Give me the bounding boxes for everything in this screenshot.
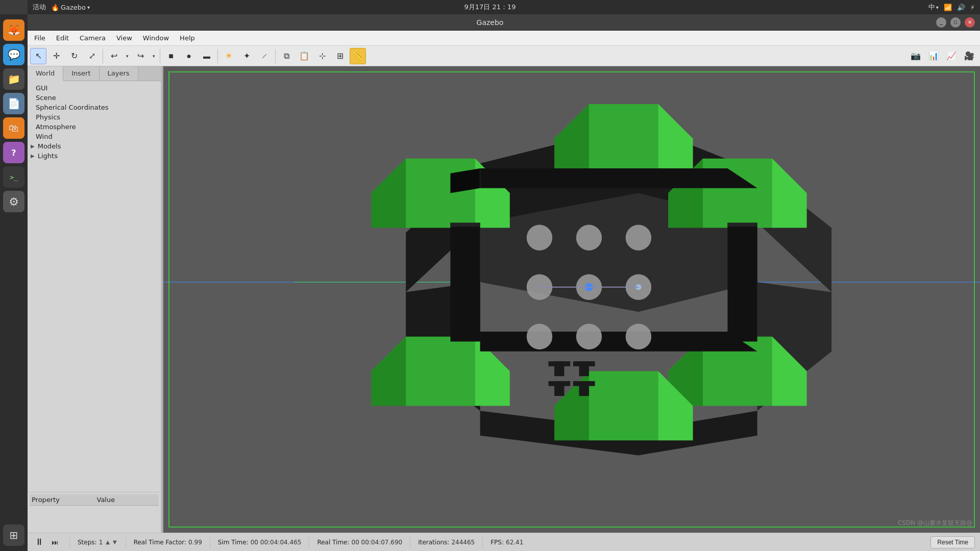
menu-help[interactable]: Help [176, 32, 199, 44]
svg-rect-29 [450, 223, 480, 227]
svg-point-44 [576, 324, 602, 349]
svg-point-37 [626, 225, 651, 251]
steps-label: Steps: [78, 539, 97, 546]
box-shape-button[interactable]: ■ [163, 48, 179, 64]
paste-button[interactable]: 📋 [296, 48, 312, 64]
terminal-icon[interactable]: >_ [3, 166, 24, 188]
redo-dropdown-button[interactable]: ▾ [150, 48, 157, 64]
sphere-shape-button[interactable]: ● [181, 48, 197, 64]
video-button[interactable]: 🎥 [961, 48, 977, 64]
files-icon[interactable]: 📁 [3, 68, 24, 90]
wind-label: Wind [36, 133, 53, 140]
scene-svg [163, 66, 980, 533]
separator-1 [103, 49, 103, 63]
cylinder-shape-button[interactable]: ▬ [199, 48, 215, 64]
steps-up-icon[interactable]: ▲ [105, 539, 111, 545]
app-name-label[interactable]: 🔥 Gazebo ▾ [51, 4, 90, 11]
maximize-button[interactable]: □ [950, 17, 961, 28]
chat-icon[interactable]: 💬 [3, 44, 24, 65]
panel-tabs: World Insert Layers [28, 66, 161, 81]
menu-file[interactable]: File [30, 32, 50, 44]
steps-stepper[interactable]: ▲ ▼ [105, 539, 117, 545]
sep-4 [309, 537, 309, 547]
physics-tree-item[interactable]: Physics [28, 112, 161, 122]
scale-tool[interactable]: ⤢ [84, 48, 100, 64]
steps-down-icon[interactable]: ▼ [112, 539, 118, 545]
spherical-coords-tree-item[interactable]: Spherical Coordinates [28, 103, 161, 112]
svg-rect-50 [573, 361, 595, 366]
atmosphere-label: Atmosphere [36, 123, 76, 131]
translate-tool[interactable]: ✛ [48, 48, 64, 64]
datetime-label: 9月17日 21：19 [464, 3, 516, 11]
wind-tree-item[interactable]: Wind [28, 132, 161, 141]
system-dock: 🦊 💬 📁 📄 🛍 ? >_ ⚙ ⊞ [0, 14, 28, 551]
sep-3 [210, 537, 210, 547]
logging-button[interactable]: 📊 [925, 48, 942, 64]
apps-grid-icon[interactable]: ⊞ [3, 524, 24, 546]
scene-tree-item[interactable]: Scene [28, 93, 161, 103]
main-layout: World Insert Layers GUI Scene Spherical … [28, 66, 980, 533]
input-method-label[interactable]: 中 ▾ [928, 3, 939, 12]
properties-header: Property Value [30, 494, 159, 506]
ubuntu-icon[interactable]: 🛍 [3, 117, 24, 139]
real-time-factor-item: Real Time Factor: 0.99 [134, 539, 202, 546]
menu-bar: File Edit Camera View Window Help [28, 31, 980, 46]
world-tab[interactable]: World [28, 66, 63, 81]
rotate-tool[interactable]: ↻ [66, 48, 82, 64]
menu-edit[interactable]: Edit [52, 32, 73, 44]
models-tree-item[interactable]: ▶ Models [28, 141, 161, 151]
layers-tab[interactable]: Layers [100, 66, 138, 81]
undo-button[interactable]: ↩ [106, 48, 122, 64]
docs-icon[interactable]: 📄 [3, 93, 24, 114]
snap-button[interactable]: ⊞ [332, 48, 348, 64]
lights-tree-item[interactable]: ▶ Lights [28, 151, 161, 161]
screenshot-button[interactable]: 📷 [908, 48, 924, 64]
svg-marker-34 [480, 332, 757, 352]
undo-dropdown-button[interactable]: ▾ [124, 48, 131, 64]
title-bar-title: Gazebo [477, 18, 504, 27]
sim-time-item: Sim Time: 00 00:04:04.465 [218, 539, 302, 546]
gui-tree-item[interactable]: GUI [28, 83, 161, 93]
spherical-coords-label: Spherical Coordinates [36, 104, 109, 111]
menu-view[interactable]: View [112, 32, 136, 44]
menu-window[interactable]: Window [139, 32, 173, 44]
activities-button[interactable]: 活动 [33, 3, 46, 12]
spot-light-button[interactable]: ⟋ [256, 48, 273, 64]
minimize-button[interactable]: _ [936, 17, 946, 28]
copy-button[interactable]: ⧉ [278, 48, 295, 64]
pause-button[interactable]: ⏸ [33, 536, 46, 549]
sun-light-button[interactable]: ☀ [220, 48, 237, 64]
real-time-value: 00 00:04:07.690 [352, 539, 403, 546]
gazebo-layers-icon[interactable]: ⚙ [3, 191, 24, 212]
redo-button[interactable]: ↪ [132, 48, 149, 64]
firefox-icon[interactable]: 🦊 [3, 19, 24, 41]
select-tool[interactable]: ↖ [30, 48, 46, 64]
rtf-label: Real Time Factor: [134, 539, 186, 546]
insert-tab[interactable]: Insert [63, 66, 99, 81]
svg-rect-48 [548, 361, 570, 366]
physics-label: Physics [36, 113, 60, 121]
point-light-button[interactable]: ✦ [238, 48, 255, 64]
viewport[interactable]: CSDN @山重水复疑无路@ [163, 66, 980, 533]
iterations-value: 244465 [451, 539, 475, 546]
atmosphere-tree-item[interactable]: Atmosphere [28, 122, 161, 132]
close-button[interactable]: ✕ [965, 17, 975, 28]
status-bar: ⏸ ⏭ Steps: 1 ▲ ▼ Real Time Factor: 0.99 … [28, 533, 980, 551]
ruler-button[interactable]: 📏 [350, 48, 366, 64]
iterations-item: Iterations: 244465 [418, 539, 475, 546]
plot-button[interactable]: 📈 [943, 48, 960, 64]
separator-4 [275, 49, 276, 63]
svg-marker-32 [480, 168, 757, 188]
fps-item: FPS: 62.41 [491, 539, 523, 546]
power-icon: ⚡ [970, 4, 975, 11]
volume-icon: 🔊 [957, 4, 965, 11]
align-button[interactable]: ⊹ [314, 48, 330, 64]
step-button[interactable]: ⏭ [48, 536, 62, 549]
properties-panel: Property Value [28, 492, 161, 533]
fps-value: 62.41 [506, 539, 523, 546]
help-icon[interactable]: ? [3, 142, 24, 163]
reset-time-button[interactable]: Reset Time [930, 536, 975, 548]
menu-camera[interactable]: Camera [76, 32, 110, 44]
svg-point-45 [626, 324, 651, 349]
real-time-item: Real Time: 00 00:04:07.690 [317, 539, 402, 546]
